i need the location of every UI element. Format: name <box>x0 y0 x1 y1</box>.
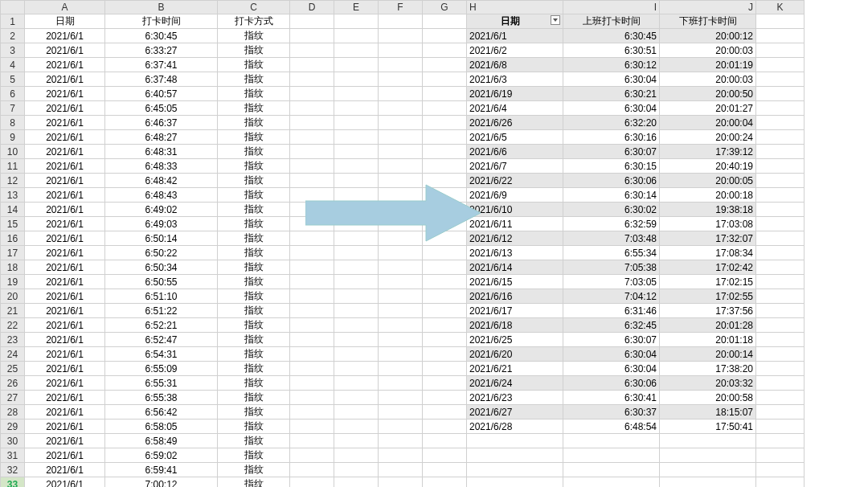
cell-F33[interactable] <box>379 477 423 488</box>
cell-A5[interactable]: 2021/6/1 <box>25 72 105 87</box>
cell-H3[interactable]: 2021/6/2 <box>467 43 563 58</box>
cell-B29[interactable]: 6:58:05 <box>105 419 218 434</box>
cell-G26[interactable] <box>423 376 467 391</box>
cell-J14[interactable]: 19:38:18 <box>660 203 756 217</box>
cell-I28[interactable]: 6:30:37 <box>563 405 660 419</box>
cell-D5[interactable] <box>290 72 334 87</box>
row-header[interactable]: 20 <box>1 289 25 304</box>
cell-K3[interactable] <box>756 43 805 58</box>
cell-J21[interactable]: 17:37:56 <box>660 304 756 318</box>
cell-H31[interactable] <box>467 448 563 463</box>
cell-G11[interactable] <box>423 159 467 174</box>
cell-G3[interactable] <box>423 43 467 58</box>
cell-J20[interactable]: 17:02:55 <box>660 289 756 304</box>
row-header[interactable]: 5 <box>1 72 25 87</box>
row-header[interactable]: 14 <box>1 203 25 217</box>
cell-G12[interactable] <box>423 174 467 188</box>
cell-B26[interactable]: 6:55:31 <box>105 376 218 391</box>
filter-dropdown-icon[interactable] <box>551 15 560 25</box>
cell-C1[interactable]: 打卡方式 <box>218 14 290 29</box>
cell-J17[interactable]: 17:08:34 <box>660 246 756 260</box>
cell-C3[interactable]: 指纹 <box>218 43 290 58</box>
cell-K4[interactable] <box>756 58 805 72</box>
cell-A16[interactable]: 2021/6/1 <box>25 231 105 246</box>
cell-C30[interactable]: 指纹 <box>218 434 290 448</box>
cell-E21[interactable] <box>334 304 379 318</box>
cell-B13[interactable]: 6:48:43 <box>105 188 218 203</box>
cell-G28[interactable] <box>423 405 467 419</box>
cell-G25[interactable] <box>423 362 467 376</box>
cell-I33[interactable] <box>563 477 660 488</box>
cell-E23[interactable] <box>334 333 379 347</box>
cell-D3[interactable] <box>290 43 334 58</box>
cell-H25[interactable]: 2021/6/21 <box>467 362 563 376</box>
cell-C33[interactable]: 指纹 <box>218 477 290 488</box>
cell-G32[interactable] <box>423 463 467 477</box>
cell-C17[interactable]: 指纹 <box>218 246 290 260</box>
cell-A14[interactable]: 2021/6/1 <box>25 203 105 217</box>
col-header-D[interactable]: D <box>290 1 334 14</box>
col-header-J[interactable]: J <box>660 1 756 14</box>
cell-H12[interactable]: 2021/6/22 <box>467 174 563 188</box>
cell-D9[interactable] <box>290 130 334 145</box>
cell-I16[interactable]: 7:03:48 <box>563 231 660 246</box>
cell-H7[interactable]: 2021/6/4 <box>467 101 563 116</box>
cell-J27[interactable]: 20:00:58 <box>660 391 756 405</box>
cell-K7[interactable] <box>756 101 805 116</box>
col-header-I[interactable]: I <box>563 1 660 14</box>
row-header[interactable]: 33 <box>1 477 25 488</box>
cell-K16[interactable] <box>756 231 805 246</box>
row-header[interactable]: 4 <box>1 58 25 72</box>
cell-D22[interactable] <box>290 318 334 333</box>
row-header[interactable]: 29 <box>1 419 25 434</box>
cell-F8[interactable] <box>379 116 423 130</box>
cell-K29[interactable] <box>756 419 805 434</box>
cell-H23[interactable]: 2021/6/25 <box>467 333 563 347</box>
cell-F15[interactable] <box>379 217 423 231</box>
cell-K8[interactable] <box>756 116 805 130</box>
cell-D12[interactable] <box>290 174 334 188</box>
cell-H5[interactable]: 2021/6/3 <box>467 72 563 87</box>
cell-J16[interactable]: 17:32:07 <box>660 231 756 246</box>
cell-J15[interactable]: 17:03:08 <box>660 217 756 231</box>
cell-J13[interactable]: 20:00:18 <box>660 188 756 203</box>
cell-B28[interactable]: 6:56:42 <box>105 405 218 419</box>
cell-C16[interactable]: 指纹 <box>218 231 290 246</box>
cell-C12[interactable]: 指纹 <box>218 174 290 188</box>
row-header[interactable]: 15 <box>1 217 25 231</box>
cell-F4[interactable] <box>379 58 423 72</box>
cell-E1[interactable] <box>334 14 379 29</box>
cell-H29[interactable]: 2021/6/28 <box>467 419 563 434</box>
cell-K2[interactable] <box>756 29 805 43</box>
cell-A9[interactable]: 2021/6/1 <box>25 130 105 145</box>
row-header[interactable]: 6 <box>1 87 25 101</box>
cell-D7[interactable] <box>290 101 334 116</box>
cell-H8[interactable]: 2021/6/26 <box>467 116 563 130</box>
cell-B25[interactable]: 6:55:09 <box>105 362 218 376</box>
cell-G22[interactable] <box>423 318 467 333</box>
cell-D14[interactable] <box>290 203 334 217</box>
cell-E5[interactable] <box>334 72 379 87</box>
cell-E33[interactable] <box>334 477 379 488</box>
cell-D33[interactable] <box>290 477 334 488</box>
cell-F7[interactable] <box>379 101 423 116</box>
cell-I11[interactable]: 6:30:15 <box>563 159 660 174</box>
cell-J8[interactable]: 20:00:04 <box>660 116 756 130</box>
cell-G1[interactable] <box>423 14 467 29</box>
cell-A33[interactable]: 2021/6/1 <box>25 477 105 488</box>
cell-A8[interactable]: 2021/6/1 <box>25 116 105 130</box>
cell-K10[interactable] <box>756 145 805 159</box>
cell-H16[interactable]: 2021/6/12 <box>467 231 563 246</box>
cell-B17[interactable]: 6:50:22 <box>105 246 218 260</box>
cell-F25[interactable] <box>379 362 423 376</box>
row-header[interactable]: 1 <box>1 14 25 29</box>
cell-A23[interactable]: 2021/6/1 <box>25 333 105 347</box>
cell-I30[interactable] <box>563 434 660 448</box>
cell-C24[interactable]: 指纹 <box>218 347 290 362</box>
cell-A3[interactable]: 2021/6/1 <box>25 43 105 58</box>
cell-C10[interactable]: 指纹 <box>218 145 290 159</box>
cell-C19[interactable]: 指纹 <box>218 275 290 289</box>
cell-G8[interactable] <box>423 116 467 130</box>
cell-F22[interactable] <box>379 318 423 333</box>
cell-A6[interactable]: 2021/6/1 <box>25 87 105 101</box>
